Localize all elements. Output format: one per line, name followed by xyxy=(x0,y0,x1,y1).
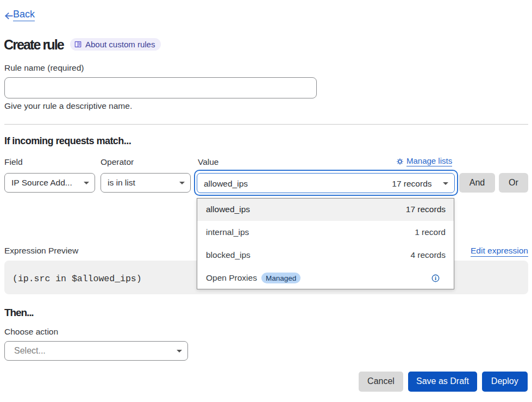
svg-text:i: i xyxy=(435,275,436,281)
